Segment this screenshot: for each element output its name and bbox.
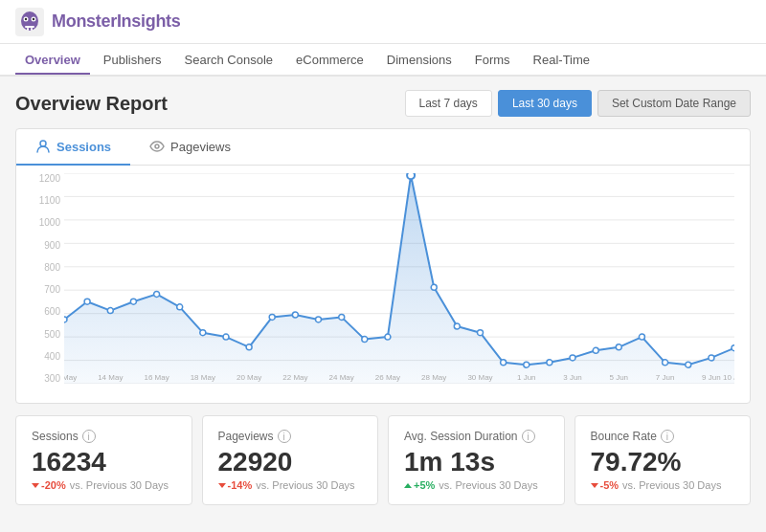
svg-text:1 Jun: 1 Jun bbox=[517, 373, 536, 382]
svg-rect-7 bbox=[27, 28, 29, 31]
nav-item-overview[interactable]: Overview bbox=[15, 47, 90, 75]
svg-point-24 bbox=[130, 299, 136, 304]
svg-point-48 bbox=[686, 362, 691, 367]
bounce-rate-arrow-down bbox=[591, 483, 598, 488]
svg-rect-8 bbox=[31, 28, 33, 31]
nav-item-forms[interactable]: Forms bbox=[465, 47, 520, 75]
date-last-30[interactable]: Last 30 days bbox=[498, 90, 592, 117]
svg-point-36 bbox=[407, 173, 415, 179]
report-title: Overview Report bbox=[15, 93, 168, 115]
stat-label-pageviews: Pageviews i bbox=[218, 430, 363, 443]
main-nav: Overview Publishers Search Console eComm… bbox=[0, 44, 766, 77]
svg-point-49 bbox=[709, 355, 714, 361]
report-header: Overview Report Last 7 days Last 30 days… bbox=[15, 90, 751, 117]
app-name: MonsterInsights bbox=[52, 11, 181, 32]
app-header: MonsterInsights bbox=[0, 0, 766, 44]
nav-item-realtime[interactable]: Real-Time bbox=[524, 47, 599, 75]
svg-point-43 bbox=[570, 355, 575, 361]
svg-text:7 Jun: 7 Jun bbox=[656, 373, 675, 382]
svg-text:14 May: 14 May bbox=[98, 373, 123, 382]
stats-row: Sessions i 16234 -20% vs. Previous 30 Da… bbox=[15, 415, 751, 505]
stat-comparison-avg-session: +5% vs. Previous 30 Days bbox=[404, 479, 549, 491]
date-last-7[interactable]: Last 7 days bbox=[405, 90, 492, 117]
chart-tab-sessions[interactable]: Sessions bbox=[16, 129, 130, 166]
stat-label-sessions: Sessions i bbox=[32, 430, 176, 443]
svg-text:28 May: 28 May bbox=[421, 373, 446, 382]
svg-point-37 bbox=[431, 284, 437, 290]
stat-comparison-pageviews: -14% vs. Previous 30 Days bbox=[218, 479, 363, 491]
sessions-tab-label: Sessions bbox=[56, 140, 111, 154]
stat-value-pageviews: 22920 bbox=[218, 449, 363, 476]
y-label-600: 600 bbox=[20, 306, 60, 317]
svg-text:16 May: 16 May bbox=[144, 373, 169, 382]
svg-point-42 bbox=[547, 360, 552, 366]
svg-text:10 Jun: 10 Jun bbox=[723, 373, 734, 382]
svg-text:18 May: 18 May bbox=[191, 373, 215, 382]
date-custom[interactable]: Set Custom Date Range bbox=[597, 90, 751, 117]
stat-card-sessions: Sessions i 16234 -20% vs. Previous 30 Da… bbox=[15, 415, 192, 505]
y-label-700: 700 bbox=[20, 284, 60, 295]
pageviews-arrow-down bbox=[218, 483, 226, 488]
svg-point-33 bbox=[339, 314, 345, 320]
stat-card-avg-session: Avg. Session Duration i 1m 13s +5% vs. P… bbox=[388, 415, 565, 505]
chart-container: Sessions Pageviews 1200 1100 1000 900 80… bbox=[15, 128, 751, 404]
svg-text:3 Jun: 3 Jun bbox=[563, 373, 582, 382]
svg-point-46 bbox=[639, 334, 644, 340]
svg-text:22 May: 22 May bbox=[282, 373, 307, 382]
sessions-arrow-down bbox=[32, 483, 39, 488]
svg-point-21 bbox=[64, 317, 67, 322]
svg-point-40 bbox=[501, 360, 507, 366]
svg-point-35 bbox=[385, 334, 391, 340]
y-label-300: 300 bbox=[20, 373, 60, 384]
svg-point-41 bbox=[524, 362, 529, 367]
svg-text:12 May: 12 May bbox=[64, 373, 77, 382]
svg-point-50 bbox=[732, 345, 734, 351]
svg-text:30 May: 30 May bbox=[467, 373, 492, 382]
svg-text:9 Jun: 9 Jun bbox=[702, 373, 721, 382]
nav-item-publishers[interactable]: Publishers bbox=[94, 47, 171, 75]
y-axis: 1200 1100 1000 900 800 700 600 500 400 3… bbox=[20, 173, 60, 384]
sessions-info-icon[interactable]: i bbox=[82, 430, 96, 443]
avg-session-info-icon[interactable]: i bbox=[522, 430, 535, 443]
y-label-900: 900 bbox=[20, 240, 60, 251]
avg-session-change: +5% bbox=[404, 479, 435, 491]
pageviews-info-icon[interactable]: i bbox=[278, 430, 291, 443]
main-content: Overview Report Last 7 days Last 30 days… bbox=[0, 77, 766, 532]
svg-rect-6 bbox=[25, 26, 34, 28]
svg-point-5 bbox=[33, 17, 34, 19]
stat-value-avg-session: 1m 13s bbox=[404, 449, 549, 476]
y-label-400: 400 bbox=[20, 351, 60, 362]
y-label-800: 800 bbox=[20, 262, 60, 273]
date-controls: Last 7 days Last 30 days Set Custom Date… bbox=[405, 90, 752, 117]
eye-icon bbox=[149, 139, 165, 154]
chart-tab-pageviews[interactable]: Pageviews bbox=[130, 129, 250, 166]
svg-text:20 May: 20 May bbox=[237, 373, 261, 382]
stat-label-avg-session: Avg. Session Duration i bbox=[404, 430, 549, 443]
stat-value-sessions: 16234 bbox=[32, 449, 176, 476]
stat-card-bounce-rate: Bounce Rate i 79.72% -5% vs. Previous 30… bbox=[574, 415, 752, 505]
svg-point-31 bbox=[292, 312, 298, 318]
chart-area-fill bbox=[64, 175, 734, 384]
logo: MonsterInsights bbox=[15, 8, 181, 36]
pageviews-change: -14% bbox=[218, 479, 253, 491]
svg-point-30 bbox=[269, 314, 275, 320]
svg-point-38 bbox=[454, 323, 460, 329]
bounce-rate-info-icon[interactable]: i bbox=[661, 430, 674, 443]
svg-point-4 bbox=[25, 17, 27, 19]
nav-item-search-console[interactable]: Search Console bbox=[175, 47, 283, 75]
y-label-1200: 1200 bbox=[20, 173, 60, 184]
nav-item-dimensions[interactable]: Dimensions bbox=[377, 47, 462, 75]
svg-point-10 bbox=[155, 144, 159, 148]
svg-point-22 bbox=[84, 299, 90, 304]
svg-point-27 bbox=[200, 330, 206, 336]
chart-tabs: Sessions Pageviews bbox=[16, 129, 750, 166]
stat-comparison-bounce-rate: -5% vs. Previous 30 Days bbox=[591, 479, 735, 491]
svg-point-44 bbox=[593, 347, 598, 353]
nav-item-ecommerce[interactable]: eCommerce bbox=[286, 47, 373, 75]
stat-card-pageviews: Pageviews i 22920 -14% vs. Previous 30 D… bbox=[202, 415, 379, 505]
svg-point-47 bbox=[663, 360, 668, 366]
svg-point-32 bbox=[316, 317, 322, 322]
stat-comparison-sessions: -20% vs. Previous 30 Days bbox=[32, 479, 176, 491]
y-label-500: 500 bbox=[20, 329, 60, 340]
avg-session-arrow-up bbox=[404, 483, 412, 488]
